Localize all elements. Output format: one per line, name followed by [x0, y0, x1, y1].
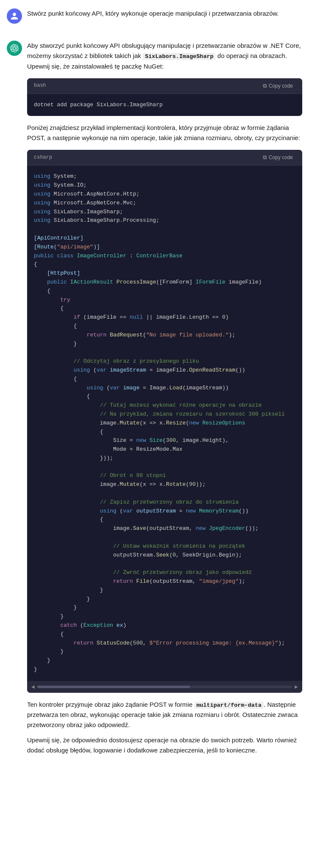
assistant-message: Aby stworzyć punkt końcowy API obsługują…: [0, 32, 309, 764]
bash-code-block: bash ⧉ Copy code dotnet add package SixL…: [27, 78, 302, 116]
copy-icon-2: ⧉: [263, 154, 267, 161]
assistant-icon: [10, 44, 19, 52]
csharp-code-content: using System; using System.IO; using Mic…: [27, 165, 302, 681]
user-message-content: Stwórz punkt końcowy API, który wykonuje…: [27, 8, 302, 24]
inline-code-imagesharp: SixLabors.ImageSharp: [143, 53, 215, 60]
middle-paragraph: Poniżej znajdziesz przykład implementacj…: [27, 123, 302, 143]
bash-lang-label: bash: [34, 82, 46, 90]
user-message: Stwórz punkt końcowy API, który wykonuje…: [0, 0, 309, 32]
scroll-right-arrow[interactable]: ▶: [294, 683, 299, 691]
csharp-lang-label: csharp: [34, 154, 52, 162]
scroll-track: [37, 686, 292, 688]
user-message-text: Stwórz punkt końcowy API, który wykonuje…: [27, 8, 302, 19]
bash-code-header: bash ⧉ Copy code: [27, 78, 302, 94]
scroll-thumb: [37, 686, 190, 688]
footer-paragraph-2: Upewnij się, że odpowiednio dostosujesz …: [27, 735, 302, 755]
bash-code-content: dotnet add package SixLabors.ImageSharp: [27, 94, 302, 116]
copy-bash-button[interactable]: ⧉ Copy code: [260, 82, 295, 90]
user-avatar: [7, 8, 22, 24]
footer-text-1: Ten kontroler przyjmuje obraz jako żądan…: [27, 701, 194, 708]
assistant-message-content: Aby stworzyć punkt końcowy API obsługują…: [27, 41, 302, 755]
assistant-intro-text: Aby stworzyć punkt końcowy API obsługują…: [27, 41, 302, 72]
footer-inline-code: multipart/form-data: [194, 702, 264, 709]
copy-csharp-button[interactable]: ⧉ Copy code: [260, 153, 295, 162]
copy-csharp-label: Copy code: [269, 154, 293, 160]
footer-paragraph-1: Ten kontroler przyjmuje obraz jako żądan…: [27, 700, 302, 730]
copy-icon: ⧉: [263, 83, 267, 89]
assistant-avatar: [7, 41, 22, 56]
csharp-code-block: csharp ⧉ Copy code using System; using S…: [27, 150, 302, 692]
chat-container: Stwórz punkt końcowy API, który wykonuje…: [0, 0, 309, 764]
code-scrollbar[interactable]: ◀ ▶: [27, 681, 302, 693]
scroll-left-arrow[interactable]: ◀: [30, 683, 36, 691]
csharp-code-header: csharp ⧉ Copy code: [27, 150, 302, 165]
copy-bash-label: Copy code: [269, 83, 293, 89]
user-icon: [10, 12, 19, 20]
